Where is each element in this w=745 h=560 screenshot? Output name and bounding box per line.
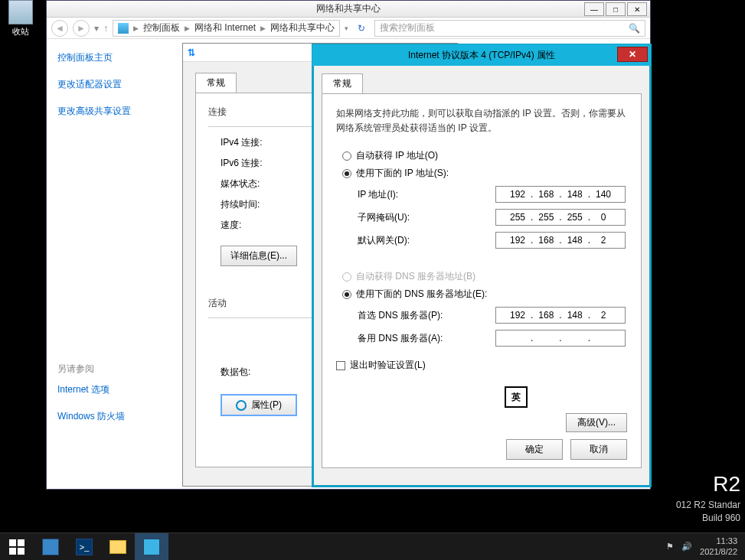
see-also-title: 另请参阅 bbox=[57, 363, 174, 376]
nav-bar: ◄ ► ▾ ↑ ▶ 控制面板 ▶ 网络和 Internet ▶ 网络和共享中心 … bbox=[47, 18, 650, 39]
search-icon: 🔍 bbox=[629, 23, 640, 34]
tray-flag-icon[interactable]: ⚑ bbox=[666, 542, 674, 552]
tray-volume-icon[interactable]: 🔊 bbox=[681, 542, 692, 552]
radio-use-dns[interactable]: 使用下面的 DNS 服务器地址(E): bbox=[342, 288, 627, 301]
ipv6-label: IPv6 连接: bbox=[221, 157, 263, 170]
radio-use-ip[interactable]: 使用下面的 IP 地址(S): bbox=[342, 167, 627, 180]
control-panel-icon bbox=[143, 539, 160, 555]
checkbox-icon bbox=[336, 361, 345, 370]
clock-date: 2021/8/22 bbox=[700, 547, 737, 557]
duration-label: 持续时间: bbox=[221, 198, 260, 211]
refresh-button[interactable]: ↻ bbox=[353, 20, 370, 37]
cancel-button[interactable]: 取消 bbox=[570, 439, 627, 460]
ip-address-label: IP 地址(I): bbox=[358, 188, 495, 201]
help-text: 如果网络支持此功能，则可以获取自动指派的 IP 设置。否则，你需要从网络系统管理… bbox=[336, 106, 627, 135]
recycle-bin-icon bbox=[8, 0, 33, 24]
clock-time: 11:33 bbox=[700, 536, 737, 546]
system-tray[interactable]: ⚑ 🔊 11:33 2021/8/22 bbox=[666, 536, 745, 556]
window-title: 网络和共享中心 bbox=[316, 2, 381, 15]
chevron-down-icon[interactable]: ▾ bbox=[345, 24, 348, 32]
radio-auto-dns: 自动获得 DNS 服务器地址(B) bbox=[342, 270, 627, 283]
left-nav: 控制面板主页 更改适配器设置 更改高级共享设置 另请参阅 Internet 选项… bbox=[47, 39, 185, 489]
nav-adapter-settings[interactable]: 更改适配器设置 bbox=[57, 78, 174, 91]
radio-icon bbox=[342, 290, 351, 299]
media-state-label: 媒体状态: bbox=[221, 177, 260, 190]
dns1-input[interactable]: 192. 168. 148. 2 bbox=[495, 307, 626, 324]
packets-label: 数据包: bbox=[221, 366, 250, 379]
control-panel-icon bbox=[118, 23, 129, 34]
start-button[interactable] bbox=[0, 533, 34, 561]
radio-icon bbox=[342, 151, 351, 161]
properties-button[interactable]: 属性(P) bbox=[221, 394, 297, 416]
server-manager-icon bbox=[42, 539, 59, 555]
chevron-right-icon: ▶ bbox=[185, 24, 190, 32]
ip-address-input[interactable]: 192. 168. 148. 140 bbox=[495, 186, 626, 203]
recycle-bin[interactable]: 收站 bbox=[2, 0, 40, 37]
search-input[interactable]: 搜索控制面板 🔍 bbox=[374, 20, 645, 37]
dialog-title: Internet 协议版本 4 (TCP/IPv4) 属性 bbox=[408, 49, 555, 62]
taskbar-explorer[interactable] bbox=[101, 533, 135, 561]
dns1-label: 首选 DNS 服务器(P): bbox=[358, 309, 495, 322]
close-button[interactable]: ✕ bbox=[627, 2, 647, 16]
windows-icon bbox=[9, 539, 25, 555]
properties-label: 属性(P) bbox=[251, 399, 282, 412]
ipv4-label: IPv4 连接: bbox=[221, 136, 263, 149]
dns2-label: 备用 DNS 服务器(A): bbox=[358, 332, 495, 345]
dialog-titlebar[interactable]: Internet 协议版本 4 (TCP/IPv4) 属性 ✕ bbox=[312, 44, 651, 66]
tab-general[interactable]: 常规 bbox=[195, 73, 237, 93]
back-button[interactable]: ◄ bbox=[51, 20, 68, 37]
tab-general[interactable]: 常规 bbox=[322, 73, 363, 93]
gear-icon bbox=[236, 400, 247, 411]
ipv4-panel: 如果网络支持此功能，则可以获取自动指派的 IP 设置。否则，你需要从网络系统管理… bbox=[322, 93, 642, 468]
radio-icon bbox=[342, 272, 351, 282]
subnet-mask-label: 子网掩码(U): bbox=[358, 211, 495, 224]
window-titlebar[interactable]: 网络和共享中心 — □ ✕ bbox=[47, 1, 650, 18]
recycle-bin-label: 收站 bbox=[2, 26, 40, 37]
breadcrumb[interactable]: ▶ 控制面板 ▶ 网络和 Internet ▶ 网络和共享中心 bbox=[113, 20, 340, 37]
taskbar: >_ ⚑ 🔊 11:33 2021/8/22 bbox=[0, 532, 745, 560]
radio-label: 使用下面的 IP 地址(S): bbox=[356, 167, 449, 180]
search-placeholder: 搜索控制面板 bbox=[380, 21, 435, 34]
minimize-button[interactable]: — bbox=[584, 2, 604, 16]
nav-home[interactable]: 控制面板主页 bbox=[57, 51, 174, 64]
taskbar-server-manager[interactable] bbox=[34, 533, 67, 561]
powershell-icon: >_ bbox=[76, 539, 93, 555]
ethernet-icon: ⇅ bbox=[188, 47, 195, 58]
forward-button[interactable]: ► bbox=[73, 20, 90, 37]
recent-dropdown-icon[interactable]: ▾ bbox=[94, 23, 99, 34]
maximize-button[interactable]: □ bbox=[606, 2, 626, 16]
subnet-mask-input[interactable]: 255. 255. 255. 0 bbox=[495, 209, 626, 226]
ok-button[interactable]: 确定 bbox=[506, 439, 563, 460]
close-button[interactable]: ✕ bbox=[617, 47, 648, 62]
gateway-label: 默认网关(D): bbox=[358, 234, 495, 247]
taskbar-powershell[interactable]: >_ bbox=[67, 533, 101, 561]
breadcrumb-item[interactable]: 网络和 Internet bbox=[194, 21, 256, 34]
radio-label: 使用下面的 DNS 服务器地址(E): bbox=[356, 288, 487, 301]
advanced-button[interactable]: 高级(V)... bbox=[566, 413, 627, 432]
ipv4-properties-dialog: Internet 协议版本 4 (TCP/IPv4) 属性 ✕ 常规 如果网络支… bbox=[312, 44, 652, 487]
nav-internet-options[interactable]: Internet 选项 bbox=[57, 383, 174, 396]
radio-icon bbox=[342, 169, 351, 178]
speed-label: 速度: bbox=[221, 219, 241, 232]
radio-auto-ip[interactable]: 自动获得 IP 地址(O) bbox=[342, 149, 627, 162]
checkbox-label: 退出时验证设置(L) bbox=[350, 359, 426, 372]
validate-on-exit-checkbox[interactable]: 退出时验证设置(L) bbox=[336, 359, 627, 372]
breadcrumb-item[interactable]: 网络和共享中心 bbox=[270, 21, 335, 34]
taskbar-control-panel[interactable] bbox=[135, 533, 168, 561]
up-button[interactable]: ↑ bbox=[103, 23, 108, 34]
ime-indicator[interactable]: 英 bbox=[505, 386, 528, 408]
radio-label: 自动获得 IP 地址(O) bbox=[356, 149, 438, 162]
details-button[interactable]: 详细信息(E)... bbox=[221, 246, 297, 266]
taskbar-clock[interactable]: 11:33 2021/8/22 bbox=[700, 536, 737, 556]
radio-label: 自动获得 DNS 服务器地址(B) bbox=[356, 270, 475, 283]
breadcrumb-item[interactable]: 控制面板 bbox=[143, 21, 180, 34]
gateway-input[interactable]: 192. 168. 148. 2 bbox=[495, 232, 626, 249]
dns2-input[interactable]: . . . bbox=[495, 330, 626, 347]
folder-icon bbox=[109, 540, 126, 554]
windows-watermark: R2 012 R2 Standar Build 960 bbox=[676, 469, 740, 525]
chevron-right-icon: ▶ bbox=[260, 24, 266, 32]
nav-sharing-settings[interactable]: 更改高级共享设置 bbox=[57, 105, 174, 118]
chevron-right-icon: ▶ bbox=[133, 24, 139, 32]
nav-firewall[interactable]: Windows 防火墙 bbox=[57, 410, 174, 423]
